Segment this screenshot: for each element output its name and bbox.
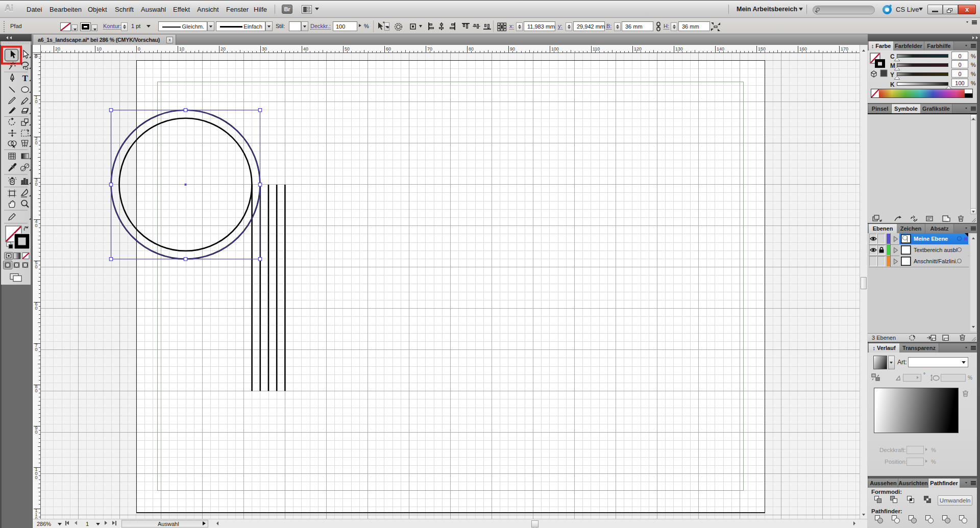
- svg-text:120: 120: [634, 46, 642, 52]
- svg-text:90: 90: [35, 425, 38, 435]
- svg-text:80: 80: [35, 384, 38, 393]
- svg-text:30: 30: [35, 178, 38, 187]
- svg-text:20: 20: [220, 46, 226, 52]
- svg-text:140: 140: [717, 46, 724, 52]
- svg-text:20: 20: [55, 46, 60, 52]
- svg-text:10: 10: [179, 46, 184, 52]
- svg-text:110: 110: [593, 46, 600, 52]
- svg-text:170: 170: [841, 46, 848, 52]
- svg-text:60: 60: [35, 301, 38, 311]
- svg-text:110: 110: [35, 508, 38, 519]
- svg-text:60: 60: [386, 46, 391, 52]
- svg-text:0: 0: [138, 46, 140, 52]
- svg-text:50: 50: [35, 260, 38, 269]
- svg-text:T: T: [22, 73, 29, 83]
- svg-text:30: 30: [262, 46, 267, 52]
- svg-text:100: 100: [551, 46, 559, 52]
- svg-text:90: 90: [510, 46, 515, 52]
- svg-text:160: 160: [799, 46, 807, 52]
- svg-text:40: 40: [35, 219, 38, 228]
- svg-text:100: 100: [35, 467, 38, 480]
- svg-text:0: 0: [35, 54, 37, 59]
- svg-text:40: 40: [303, 46, 308, 52]
- svg-text:10: 10: [96, 46, 102, 52]
- svg-text:20: 20: [35, 136, 38, 145]
- svg-text:70: 70: [35, 343, 38, 352]
- svg-text:150: 150: [758, 46, 766, 52]
- svg-text:80: 80: [469, 46, 474, 52]
- svg-text:....: ....: [37, 54, 42, 58]
- svg-text:70: 70: [427, 46, 432, 52]
- svg-text:10: 10: [35, 95, 38, 104]
- svg-text:50: 50: [345, 46, 350, 52]
- svg-text:130: 130: [675, 46, 683, 52]
